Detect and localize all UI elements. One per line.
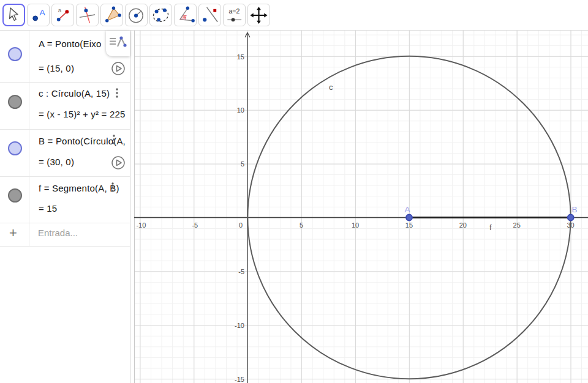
y-tick: 10 — [237, 106, 244, 114]
cursor-arrow-icon — [4, 4, 24, 26]
object-value: = 15 — [39, 203, 130, 214]
algebra-row-f[interactable]: f = Segmento(A, B) = 15 — [0, 177, 130, 223]
circle-icon — [126, 4, 147, 26]
segment-label: f — [489, 223, 492, 232]
algebra-input[interactable] — [37, 227, 128, 239]
svg-text:a: a — [58, 7, 62, 13]
perpendicular-lines-icon — [77, 4, 98, 26]
ellipse-points-icon — [150, 4, 172, 26]
tool-move-graphics-button[interactable] — [247, 4, 270, 26]
kebab-menu-icon[interactable] — [108, 181, 118, 193]
x-tick: -5 — [192, 221, 198, 229]
x-tick: 5 — [300, 221, 303, 229]
graphics-view[interactable]: -10 -5 0 5 10 15 20 25 30 15 10 5 -5 -10… — [134, 31, 588, 383]
point-A[interactable] — [406, 215, 412, 221]
algebra-descriptions-icon — [106, 31, 130, 56]
tool-segment-button[interactable]: a — [51, 4, 74, 26]
algebra-style-button[interactable] — [106, 31, 130, 56]
reflection-icon — [199, 4, 221, 26]
tool-reflect-button[interactable] — [198, 4, 221, 26]
svg-text:α: α — [184, 13, 187, 19]
x-tick: 25 — [513, 221, 521, 229]
algebra-row-B[interactable]: B = Ponto(Círculo(A, = (30, 0) — [0, 130, 130, 177]
segment-icon: a — [52, 4, 74, 26]
plus-icon[interactable]: + — [9, 225, 17, 241]
x-tick: 10 — [352, 221, 359, 229]
visibility-toggle[interactable] — [8, 47, 22, 61]
tool-circle-center-point-button[interactable] — [125, 4, 148, 26]
y-tick: 5 — [241, 160, 244, 168]
y-tick: -10 — [235, 322, 244, 329]
x-tick: 20 — [459, 221, 467, 229]
animate-play-icon[interactable] — [111, 61, 126, 76]
tool-point-button[interactable]: A — [27, 4, 50, 26]
point-icon: A — [28, 4, 49, 26]
angle-icon: α — [175, 4, 196, 26]
point-B[interactable] — [568, 215, 574, 221]
visibility-toggle[interactable] — [8, 141, 22, 155]
tool-angle-button[interactable]: α — [174, 4, 197, 26]
y-tick: -15 — [235, 376, 244, 383]
animate-play-icon[interactable] — [111, 155, 126, 170]
kebab-menu-icon[interactable] — [112, 87, 122, 99]
kebab-menu-icon[interactable] — [109, 133, 119, 146]
svg-text:A: A — [39, 8, 45, 17]
algebra-view: A = Ponto(Eixo = (15, 0) c : Círculo(A, … — [0, 31, 130, 383]
slider-icon: a=2 — [224, 4, 245, 26]
y-tick: -5 — [238, 268, 244, 275]
tool-conic-button[interactable] — [149, 4, 172, 26]
point-A-label: A — [404, 205, 410, 214]
algebra-row-c[interactable]: c : Círculo(A, 15) = (x - 15)² + y² = 22… — [0, 83, 130, 130]
x-tick: 30 — [567, 221, 574, 229]
tool-move-button[interactable] — [2, 4, 25, 26]
x-tick: 0 — [239, 221, 243, 229]
visibility-toggle[interactable] — [8, 188, 22, 203]
y-tick: 15 — [237, 53, 244, 61]
tool-slider-button[interactable]: a=2 — [223, 4, 246, 26]
toolbar: A a — [0, 0, 588, 31]
circle-label: c — [329, 83, 333, 92]
svg-text:a=2: a=2 — [228, 7, 239, 15]
point-B-label: B — [571, 205, 577, 214]
polygon-icon — [101, 4, 123, 26]
tool-perpendicular-line-button[interactable] — [76, 4, 99, 26]
visibility-toggle[interactable] — [8, 95, 22, 109]
move-view-icon — [248, 4, 270, 26]
algebra-input-row: + — [0, 223, 130, 247]
x-tick: 15 — [405, 221, 413, 229]
x-tick: -10 — [136, 221, 146, 229]
object-value: = (x - 15)² + y² = 225 — [39, 109, 130, 119]
tool-polygon-button[interactable] — [100, 4, 123, 26]
